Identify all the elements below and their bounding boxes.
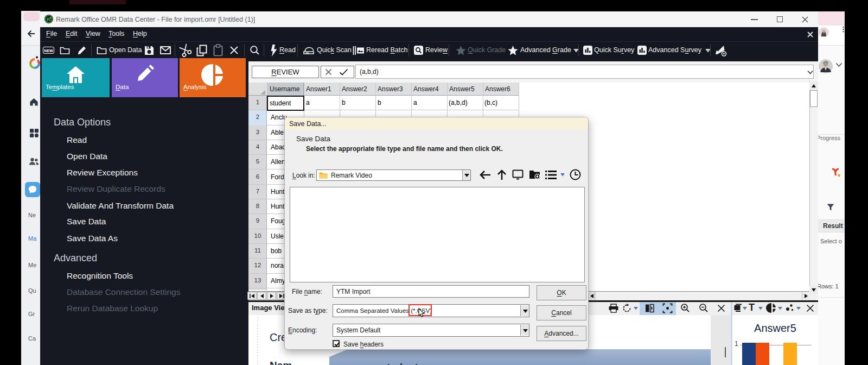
svg-text:R: R: [47, 16, 50, 22]
